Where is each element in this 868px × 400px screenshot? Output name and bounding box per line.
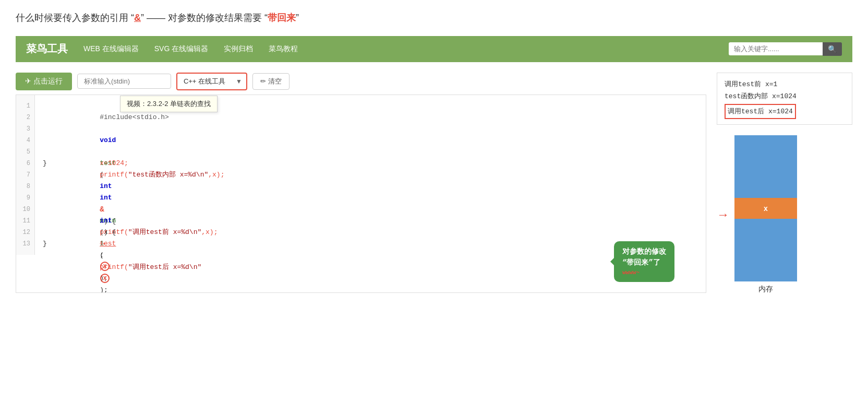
line-num-13: 13	[16, 238, 34, 250]
fn-printf-3: printf("调用test后 x=%d\n"	[100, 263, 201, 271]
ide-toolbar: ✈ 点击运行 C++ 在线工具 ▼ ✏ 清空 视频：2.3.2-2 单链表的查找	[16, 73, 706, 90]
memory-section: → x 内存	[717, 135, 852, 294]
clear-button[interactable]: ✏ 清空	[252, 73, 290, 90]
memory-diagram: x	[734, 135, 797, 281]
code-line-11: test ( x );	[43, 215, 698, 227]
navbar-links: WEB 在线编辑器 SVG 在线编辑器 实例归档 菜鸟教程	[83, 44, 729, 54]
line-num-5: 5	[16, 146, 34, 158]
red-circle-x-2: x	[100, 274, 110, 283]
line-num-7: 7	[16, 169, 34, 181]
search-input[interactable]	[729, 42, 823, 55]
line-num-12: 12	[16, 227, 34, 238]
nav-link-svg[interactable]: SVG 在线编辑器	[154, 44, 208, 54]
bubble-squiggle: wwww~	[622, 268, 666, 277]
line-num-4: 4	[16, 135, 34, 146]
output-line-3-highlighted: 调用test后 x=1024	[725, 104, 796, 119]
navbar-brand: 菜鸟工具	[26, 42, 68, 56]
line-num-10: 10	[16, 204, 34, 215]
code-bubble: 对参数的修改 “带回来”了 wwww~	[614, 241, 674, 283]
navbar-search: 🔍	[729, 42, 842, 56]
memory-block-blue-bottom	[734, 219, 797, 281]
title-prefix: 什么时候要传入参数的引用 “	[16, 13, 134, 23]
title-line: 什么时候要传入参数的引用 “&” —— 对参数的修改结果需要 “带回来”	[16, 10, 852, 26]
page-wrapper: 什么时候要传入参数的引用 “&” —— 对参数的修改结果需要 “带回来” 菜鸟工…	[0, 0, 868, 400]
memory-diagram-wrapper: x 内存	[734, 135, 797, 294]
code-editor[interactable]: 1 2 3 4 5 6 7 8 9 10 11 12 13	[16, 95, 706, 293]
code-line-8: int main () {	[43, 181, 698, 192]
output-line-1: 调用test前 x=1	[725, 78, 845, 90]
nav-link-tutorial[interactable]: 菜鸟教程	[269, 44, 298, 54]
code-line-7	[43, 169, 698, 181]
search-button[interactable]: 🔍	[823, 42, 842, 56]
code-line-2	[43, 112, 698, 123]
code-lines: 1 2 3 4 5 6 7 8 9 10 11 12 13	[16, 95, 706, 255]
tool-select-wrapper: C++ 在线工具 ▼	[176, 73, 247, 90]
line-numbers: 1 2 3 4 5 6 7 8 9 10 11 12 13	[16, 95, 35, 255]
title-middle: ” —— 对参数的修改结果需要 “	[141, 13, 268, 23]
memory-block-orange: x	[734, 198, 797, 219]
code-content: #include<stdio.h> void test ( int	[35, 95, 706, 255]
line-num-9: 9	[16, 192, 34, 204]
title-bring-back: 带回来	[268, 13, 296, 23]
code-line-10: printf("调用test前 x=%d\n",x);	[43, 204, 698, 215]
bubble-line1: 对参数的修改	[622, 246, 666, 257]
title-suffix: ”	[296, 13, 299, 23]
code-line-5: printf("test函数内部 x=%d\n",x);	[43, 146, 698, 158]
right-panel: 调用test前 x=1 test函数内部 x=1024 调用test后 x=10…	[717, 73, 852, 294]
code-line-4: x=1024;	[43, 135, 698, 146]
memory-block-blue-top	[734, 135, 797, 198]
memory-label: 内存	[734, 285, 797, 294]
memory-x-label: x	[764, 204, 768, 213]
bubble-line2: “带回来”了	[622, 257, 666, 268]
tool-select-label: C++ 在线工具	[177, 74, 232, 89]
output-line-2: test函数内部 x=1024	[725, 90, 845, 102]
line-num-6: 6	[16, 158, 34, 169]
tooltip-box: 视频：2.3.2-2 单链表的查找	[120, 96, 218, 112]
code-line-12: → printf("调用test后 x=%d\n" x );	[43, 227, 698, 238]
nav-link-web[interactable]: WEB 在线编辑器	[83, 44, 139, 54]
line-num-1: 1	[16, 100, 34, 112]
ide-panel: ✈ 点击运行 C++ 在线工具 ▼ ✏ 清空 视频：2.3.2-2 单链表的查找…	[16, 73, 706, 294]
code-line-3: void test ( int & x) {	[43, 123, 698, 135]
main-content: ✈ 点击运行 C++ 在线工具 ▼ ✏ 清空 视频：2.3.2-2 单链表的查找…	[16, 73, 852, 294]
nav-link-examples[interactable]: 实例归档	[224, 44, 253, 54]
line-num-11: 11	[16, 215, 34, 227]
memory-arrow: →	[717, 207, 729, 222]
output-area: 调用test前 x=1 test函数内部 x=1024 调用test后 x=10…	[717, 73, 852, 125]
line-num-3: 3	[16, 123, 34, 135]
stdin-input[interactable]	[77, 74, 171, 89]
navbar: 菜鸟工具 WEB 在线编辑器 SVG 在线编辑器 实例归档 菜鸟教程 🔍	[16, 36, 852, 62]
run-button[interactable]: ✈ 点击运行	[16, 73, 72, 90]
tool-select-arrow[interactable]: ▼	[232, 75, 246, 88]
code-line-6: }	[43, 158, 698, 169]
line-num-8: 8	[16, 181, 34, 192]
line-num-2: 2	[16, 112, 34, 123]
code-line-13: }	[43, 238, 698, 250]
title-amp: &	[134, 13, 141, 23]
tooltip-text: 视频：2.3.2-2 单链表的查找	[127, 100, 211, 108]
code-line-9: int x = 1 ;	[43, 192, 698, 204]
